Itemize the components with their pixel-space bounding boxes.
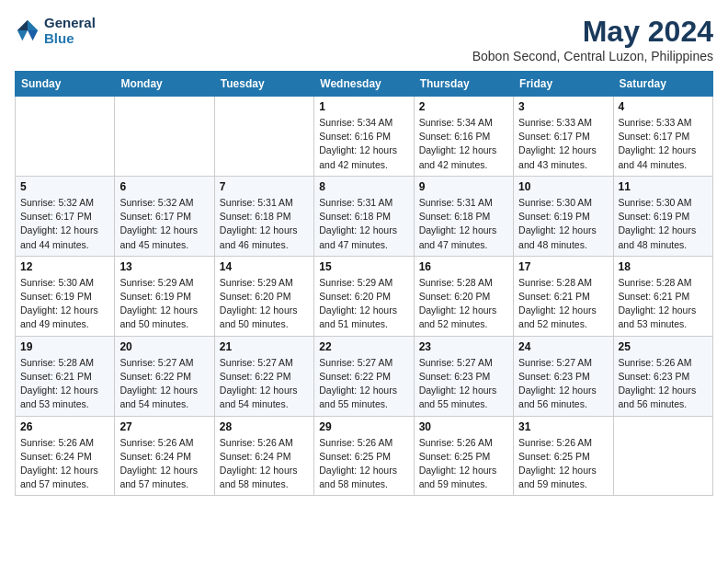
day-info: Sunrise: 5:31 AM Sunset: 6:18 PM Dayligh… [220, 196, 309, 252]
day-number: 6 [119, 180, 209, 193]
calendar-cell: 12Sunrise: 5:30 AM Sunset: 6:19 PM Dayli… [16, 256, 115, 336]
day-info: Sunrise: 5:29 AM Sunset: 6:19 PM Dayligh… [119, 276, 209, 332]
calendar-cell: 19Sunrise: 5:28 AM Sunset: 6:21 PM Dayli… [16, 336, 115, 416]
calendar-cell: 6Sunrise: 5:32 AM Sunset: 6:17 PM Daylig… [115, 176, 214, 256]
calendar-cell [613, 416, 712, 496]
calendar-cell: 11Sunrise: 5:30 AM Sunset: 6:19 PM Dayli… [613, 176, 712, 256]
day-number: 18 [619, 260, 708, 273]
calendar-cell: 2Sunrise: 5:34 AM Sunset: 6:16 PM Daylig… [414, 97, 513, 177]
day-number: 5 [20, 180, 109, 193]
calendar-cell: 7Sunrise: 5:31 AM Sunset: 6:18 PM Daylig… [214, 176, 313, 256]
calendar-cell: 8Sunrise: 5:31 AM Sunset: 6:18 PM Daylig… [314, 176, 414, 256]
title-block: May 2024 Bobon Second, Central Luzon, Ph… [472, 15, 713, 63]
day-number: 23 [419, 340, 508, 353]
day-number: 2 [419, 100, 508, 113]
day-info: Sunrise: 5:28 AM Sunset: 6:20 PM Dayligh… [419, 276, 508, 332]
day-number: 17 [518, 260, 608, 273]
day-info: Sunrise: 5:26 AM Sunset: 6:24 PM Dayligh… [220, 436, 309, 492]
calendar-cell: 15Sunrise: 5:29 AM Sunset: 6:20 PM Dayli… [314, 256, 414, 336]
day-number: 30 [419, 420, 508, 433]
day-info: Sunrise: 5:29 AM Sunset: 6:20 PM Dayligh… [220, 276, 309, 332]
day-info: Sunrise: 5:31 AM Sunset: 6:18 PM Dayligh… [319, 196, 408, 252]
calendar-cell [214, 97, 313, 177]
calendar-week-row: 12Sunrise: 5:30 AM Sunset: 6:19 PM Dayli… [16, 256, 713, 336]
day-info: Sunrise: 5:32 AM Sunset: 6:17 PM Dayligh… [119, 196, 209, 252]
day-info: Sunrise: 5:28 AM Sunset: 6:21 PM Dayligh… [20, 356, 109, 412]
day-number: 1 [319, 100, 408, 113]
day-number: 10 [518, 180, 608, 193]
calendar-cell: 16Sunrise: 5:28 AM Sunset: 6:20 PM Dayli… [414, 256, 513, 336]
day-number: 7 [220, 180, 309, 193]
calendar-table: SundayMondayTuesdayWednesdayThursdayFrid… [15, 71, 713, 496]
day-info: Sunrise: 5:32 AM Sunset: 6:17 PM Dayligh… [20, 196, 109, 252]
day-info: Sunrise: 5:27 AM Sunset: 6:23 PM Dayligh… [419, 356, 508, 412]
logo-text: General Blue [44, 15, 96, 46]
day-info: Sunrise: 5:33 AM Sunset: 6:17 PM Dayligh… [619, 116, 708, 172]
day-number: 26 [20, 420, 109, 433]
weekday-header: Wednesday [314, 72, 414, 97]
day-info: Sunrise: 5:26 AM Sunset: 6:25 PM Dayligh… [419, 436, 508, 492]
location: Bobon Second, Central Luzon, Philippines [472, 49, 713, 63]
day-number: 24 [518, 340, 608, 353]
svg-marker-3 [17, 30, 28, 40]
day-number: 4 [619, 100, 708, 113]
calendar-cell [115, 97, 214, 177]
calendar-cell: 10Sunrise: 5:30 AM Sunset: 6:19 PM Dayli… [514, 176, 613, 256]
calendar-week-row: 1Sunrise: 5:34 AM Sunset: 6:16 PM Daylig… [16, 97, 713, 177]
svg-marker-1 [28, 30, 38, 40]
day-number: 9 [419, 180, 508, 193]
logo-icon [15, 17, 40, 43]
weekday-header: Tuesday [214, 72, 313, 97]
day-number: 11 [619, 180, 708, 193]
day-info: Sunrise: 5:29 AM Sunset: 6:20 PM Dayligh… [319, 276, 408, 332]
day-number: 31 [518, 420, 608, 433]
calendar-cell: 20Sunrise: 5:27 AM Sunset: 6:22 PM Dayli… [115, 336, 214, 416]
day-info: Sunrise: 5:34 AM Sunset: 6:16 PM Dayligh… [419, 116, 508, 172]
calendar-week-row: 19Sunrise: 5:28 AM Sunset: 6:21 PM Dayli… [16, 336, 713, 416]
calendar-cell: 18Sunrise: 5:28 AM Sunset: 6:21 PM Dayli… [613, 256, 712, 336]
calendar-cell: 1Sunrise: 5:34 AM Sunset: 6:16 PM Daylig… [314, 97, 414, 177]
weekday-header: Sunday [16, 72, 115, 97]
day-number: 15 [319, 260, 408, 273]
calendar-cell: 23Sunrise: 5:27 AM Sunset: 6:23 PM Dayli… [414, 336, 513, 416]
day-info: Sunrise: 5:34 AM Sunset: 6:16 PM Dayligh… [319, 116, 408, 172]
calendar-week-row: 26Sunrise: 5:26 AM Sunset: 6:24 PM Dayli… [16, 416, 713, 496]
calendar-cell: 14Sunrise: 5:29 AM Sunset: 6:20 PM Dayli… [214, 256, 313, 336]
day-number: 13 [119, 260, 209, 273]
calendar-cell: 13Sunrise: 5:29 AM Sunset: 6:19 PM Dayli… [115, 256, 214, 336]
day-info: Sunrise: 5:26 AM Sunset: 6:24 PM Dayligh… [20, 436, 109, 492]
day-info: Sunrise: 5:26 AM Sunset: 6:24 PM Dayligh… [119, 436, 209, 492]
calendar-week-row: 5Sunrise: 5:32 AM Sunset: 6:17 PM Daylig… [16, 176, 713, 256]
day-number: 27 [119, 420, 209, 433]
calendar-cell: 26Sunrise: 5:26 AM Sunset: 6:24 PM Dayli… [16, 416, 115, 496]
day-number: 28 [220, 420, 309, 433]
day-number: 29 [319, 420, 408, 433]
day-info: Sunrise: 5:27 AM Sunset: 6:22 PM Dayligh… [319, 356, 408, 412]
day-number: 21 [220, 340, 309, 353]
day-number: 12 [20, 260, 109, 273]
day-info: Sunrise: 5:26 AM Sunset: 6:23 PM Dayligh… [619, 356, 708, 412]
calendar-cell: 27Sunrise: 5:26 AM Sunset: 6:24 PM Dayli… [115, 416, 214, 496]
calendar-cell [16, 97, 115, 177]
calendar-cell: 25Sunrise: 5:26 AM Sunset: 6:23 PM Dayli… [613, 336, 712, 416]
weekday-header: Monday [115, 72, 214, 97]
weekday-header: Thursday [414, 72, 513, 97]
day-info: Sunrise: 5:30 AM Sunset: 6:19 PM Dayligh… [518, 196, 608, 252]
calendar-cell: 28Sunrise: 5:26 AM Sunset: 6:24 PM Dayli… [214, 416, 313, 496]
day-info: Sunrise: 5:28 AM Sunset: 6:21 PM Dayligh… [518, 276, 608, 332]
day-info: Sunrise: 5:26 AM Sunset: 6:25 PM Dayligh… [319, 436, 408, 492]
calendar-cell: 4Sunrise: 5:33 AM Sunset: 6:17 PM Daylig… [613, 97, 712, 177]
calendar-cell: 22Sunrise: 5:27 AM Sunset: 6:22 PM Dayli… [314, 336, 414, 416]
calendar-cell: 5Sunrise: 5:32 AM Sunset: 6:17 PM Daylig… [16, 176, 115, 256]
weekday-header: Friday [514, 72, 613, 97]
day-info: Sunrise: 5:27 AM Sunset: 6:23 PM Dayligh… [518, 356, 608, 412]
day-info: Sunrise: 5:33 AM Sunset: 6:17 PM Dayligh… [518, 116, 608, 172]
day-info: Sunrise: 5:27 AM Sunset: 6:22 PM Dayligh… [119, 356, 209, 412]
logo: General Blue [15, 15, 96, 46]
day-number: 25 [619, 340, 708, 353]
calendar-cell: 17Sunrise: 5:28 AM Sunset: 6:21 PM Dayli… [514, 256, 613, 336]
day-number: 19 [20, 340, 109, 353]
day-number: 16 [419, 260, 508, 273]
day-number: 3 [518, 100, 608, 113]
day-number: 20 [119, 340, 209, 353]
